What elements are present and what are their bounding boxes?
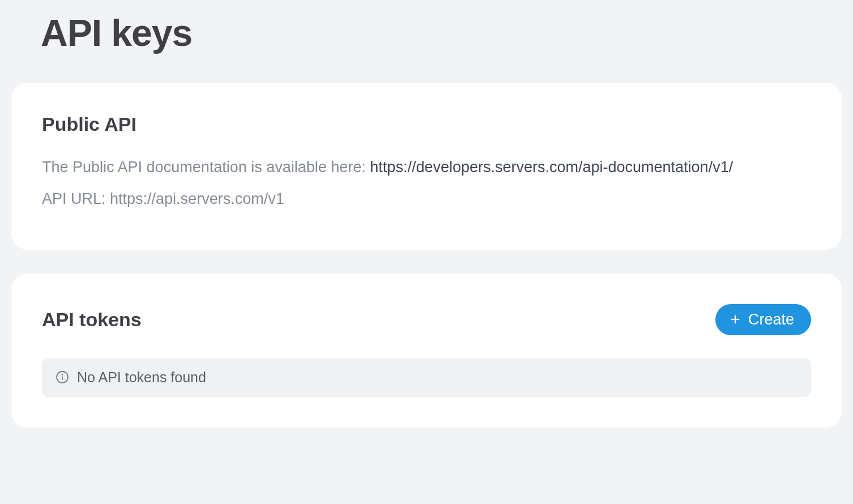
- public-api-url-row: API URL: https://api.servers.com/v1: [42, 187, 811, 211]
- create-button[interactable]: Create: [715, 304, 811, 335]
- info-icon: [56, 370, 69, 384]
- api-tokens-empty-message: No API tokens found: [77, 369, 206, 386]
- public-api-description: The Public API documentation is availabl…: [42, 156, 811, 180]
- api-url-value: https://api.servers.com/v1: [110, 190, 284, 207]
- public-api-docs-link[interactable]: https://developers.servers.com/api-docum…: [370, 159, 733, 176]
- public-api-description-prefix: The Public API documentation is availabl…: [42, 159, 370, 176]
- page-title: API keys: [41, 11, 842, 54]
- create-button-label: Create: [748, 311, 794, 328]
- api-tokens-empty-banner: No API tokens found: [42, 358, 811, 397]
- api-tokens-header-row: API tokens Create: [42, 304, 811, 335]
- public-api-heading: Public API: [42, 113, 811, 135]
- svg-point-4: [62, 374, 62, 375]
- plus-icon: [729, 313, 741, 326]
- api-url-label: API URL:: [42, 190, 110, 207]
- public-api-card: Public API The Public API documentation …: [11, 83, 842, 250]
- api-tokens-heading: API tokens: [42, 309, 142, 331]
- api-tokens-card: API tokens Create No API tokens found: [11, 274, 842, 428]
